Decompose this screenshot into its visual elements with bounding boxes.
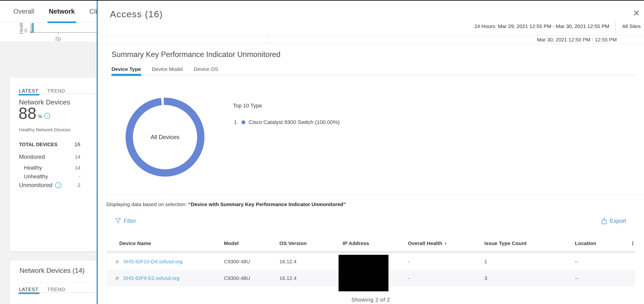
selection-note: Displaying data based on selection: “Dev…: [106, 201, 346, 207]
tab-device-model[interactable]: Device Model: [152, 66, 183, 72]
legend-dot-icon: [242, 120, 245, 124]
legend-item[interactable]: 1 Cisco Catalyst 9300 Switch (100.00%): [234, 119, 340, 125]
export-button[interactable]: Export: [601, 218, 626, 224]
switch-device-icon: [114, 259, 120, 264]
devices-card-tab-bar: LATEST TREND: [19, 287, 96, 292]
filter-button[interactable]: Filter: [115, 218, 136, 224]
divider: [141, 75, 635, 75]
unhealthy-row[interactable]: Unhealthy -: [24, 173, 80, 180]
unhealthy-label: Unhealthy: [24, 173, 48, 180]
table-settings-kebab-icon[interactable]: ⋮: [630, 241, 635, 246]
tab-network[interactable]: Network: [49, 1, 75, 22]
active-tab-underline: [112, 74, 141, 76]
table-header-row: Device Name Model OS Version IP Address …: [106, 236, 635, 251]
cell-model: C9300-48U: [224, 275, 280, 281]
health-score-unit: %: [38, 114, 42, 119]
info-icon[interactable]: i: [44, 113, 50, 119]
ip-address-redaction-box: [338, 255, 388, 291]
tab-overall[interactable]: Overall: [14, 1, 34, 22]
close-icon[interactable]: ×: [633, 7, 640, 19]
total-devices-value: 16: [74, 141, 80, 148]
mini-chart-y-tick: 0: [24, 28, 27, 34]
divider: [98, 195, 644, 195]
mini-chart-blue-bar[interactable]: [32, 23, 34, 33]
column-header-model[interactable]: Model: [224, 240, 280, 246]
unmonitored-value: 2: [78, 182, 80, 188]
card-title: Network Devices (14): [20, 267, 85, 274]
healthy-label: Healthy: [24, 165, 42, 171]
cell-model: C9300-48U: [224, 259, 280, 264]
network-devices-list-card: Network Devices (14) LATEST TREND: [10, 260, 96, 304]
column-header-label: Overall Health: [408, 240, 442, 246]
column-header-device-name[interactable]: Device Name: [106, 240, 224, 246]
cell-overall-health: -: [408, 275, 484, 281]
health-score-caption: Healthy Network Devices: [19, 127, 70, 133]
mini-chart-x-tick: 2p: [55, 36, 61, 42]
healthy-value: 14: [75, 165, 80, 171]
tab-clients[interactable]: Cli: [89, 1, 96, 22]
monitored-value: 14: [75, 154, 80, 160]
device-name-link[interactable]: SHS-IDF9-E2.ssfusd.org: [123, 275, 180, 281]
health-score: 88 % i: [18, 105, 50, 122]
time-range-label: 24 Hours: Mar 29, 2021 12:55 PM - Mar 30…: [474, 23, 609, 29]
column-header-ip-address[interactable]: IP Address: [343, 240, 408, 246]
cell-os-version: 16.12.4: [280, 259, 343, 264]
unmonitored-row[interactable]: Unmonitored i 2: [19, 182, 80, 189]
donut-center-label: All Devices: [125, 97, 205, 177]
filter-label: Filter: [124, 218, 136, 224]
divider: [269, 36, 269, 43]
total-devices-row: TOTAL DEVICES 16: [19, 141, 80, 148]
legend-title: Top 10 Type: [233, 103, 262, 109]
tab-trend[interactable]: TREND: [47, 88, 65, 94]
window-top-edge: [0, 0, 644, 1]
table-header-separator: [106, 251, 635, 253]
healthy-row[interactable]: Healthy 14: [24, 165, 80, 171]
column-header-os-version[interactable]: OS Version: [280, 240, 343, 246]
cell-issue-type-count: 3: [484, 275, 575, 281]
column-header-location[interactable]: Location: [575, 240, 627, 246]
cell-location: --: [575, 275, 627, 281]
device-name-link[interactable]: SHS-IDF10-D4.ssfusd.org: [123, 259, 182, 264]
monitored-row[interactable]: Monitored 14: [19, 153, 80, 160]
total-devices-label: TOTAL DEVICES: [19, 142, 58, 147]
column-header-issue-type-count[interactable]: Issue Type Count: [484, 240, 575, 246]
mini-chart-gray-bar: [30, 23, 32, 32]
mini-chart-x-axis: [30, 32, 96, 33]
monitored-label: Monitored: [19, 153, 45, 160]
kpi-section-title: Summary Key Performance Indicator Unmoni…: [112, 50, 280, 59]
mini-chart-y-axis-label: Healt: [18, 23, 24, 34]
health-dashboard-background: Overall Network Cli Healt 0 2p LATEST TR…: [0, 0, 96, 304]
tab-latest[interactable]: LATEST: [19, 287, 38, 292]
panel-title: Access (16): [110, 9, 163, 20]
cell-os-version: 16.12.4: [280, 275, 343, 281]
export-icon: [601, 218, 607, 224]
unmonitored-label: Unmonitored: [19, 182, 52, 189]
snapshot-time-bar: Mar 30, 2021 12:50 PM - 12:55 PM: [98, 36, 644, 44]
switch-device-icon: [114, 275, 120, 281]
tab-latest[interactable]: LATEST: [19, 88, 38, 94]
divider: [616, 22, 616, 31]
divider: [20, 282, 96, 282]
cell-location: --: [575, 259, 627, 264]
mini-chart-x-tick-mark: [58, 33, 59, 34]
kpi-tab-bar: Device Type Device Model Device OS: [112, 66, 218, 72]
site-filter[interactable]: All Sites: [622, 23, 640, 29]
unhealthy-value: -: [78, 174, 80, 180]
health-card-tab-bar: LATEST TREND: [19, 88, 96, 94]
legend-rank: 1: [234, 119, 237, 125]
network-devices-health-card: LATEST TREND Network Devices 88 % i Heal…: [10, 78, 96, 251]
selection-note-prefix: Displaying data based on selection:: [106, 201, 188, 207]
cell-issue-type-count: 1: [484, 259, 575, 264]
snapshot-time-label: Mar 30, 2021 12:50 PM - 12:55 PM: [537, 37, 617, 43]
column-header-overall-health[interactable]: Overall Health ▾: [408, 240, 484, 246]
export-label: Export: [610, 218, 626, 224]
health-tab-bar: Overall Network Cli: [0, 1, 96, 23]
filter-icon: [115, 218, 121, 224]
info-icon[interactable]: i: [55, 182, 61, 188]
cell-overall-health: -: [408, 259, 484, 264]
tab-trend[interactable]: TREND: [47, 287, 65, 292]
access-detail-panel: Access (16) × 24 Hours: Mar 29, 2021 12:…: [96, 0, 644, 304]
tab-device-os[interactable]: Device OS: [194, 66, 218, 72]
tab-device-type[interactable]: Device Type: [112, 66, 141, 72]
legend-label: Cisco Catalyst 9300 Switch (100.00%): [248, 119, 340, 125]
